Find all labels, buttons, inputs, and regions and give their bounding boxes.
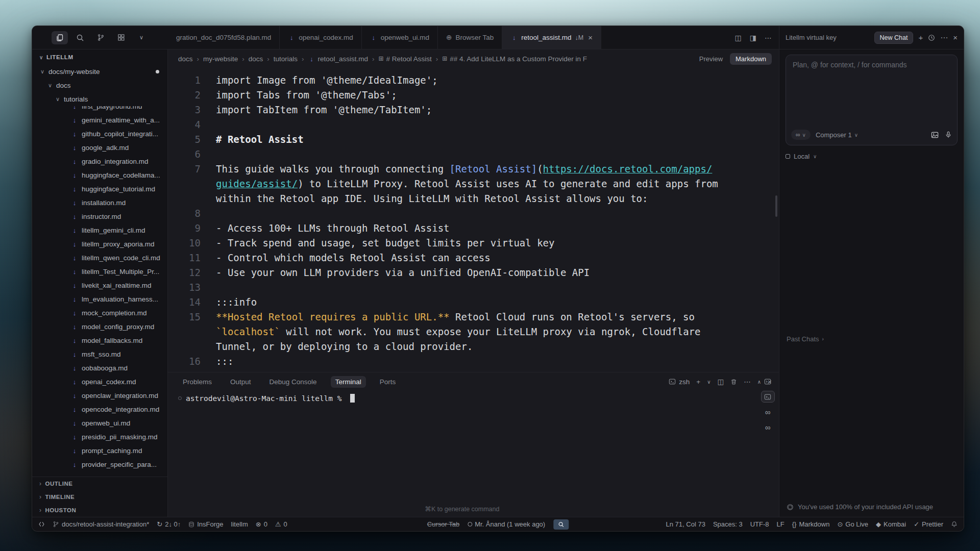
terminal-dropdown-icon[interactable]: ∨ [707,379,710,385]
model-selector[interactable]: ∞ ∨ [791,130,811,140]
mode-selector[interactable]: Local ∨ [786,153,958,160]
split-editor-icon[interactable]: ◫ [735,34,742,42]
tree-folder-row[interactable]: ∨docs/my-website [32,65,167,79]
tree-folder-row[interactable]: ∨tutorials [32,92,167,106]
tree-file-row[interactable]: ↓openclaw_integration.md [32,389,167,403]
status-branch[interactable]: docs/retool-assist-integration* [53,520,149,528]
split-terminal-icon[interactable]: ◫ [718,378,724,386]
sidebar-section-outline[interactable]: ›OUTLINE [32,477,167,490]
composer-selector[interactable]: Composer 1 ∨ [816,131,858,139]
status-indentation[interactable]: Spaces: 3 [713,520,743,528]
extensions-icon[interactable] [113,31,129,44]
tree-file-row[interactable]: ↓google_adk.md [32,141,167,155]
toggle-layout-icon[interactable]: ◨ [750,34,756,42]
image-icon[interactable] [931,131,939,139]
breadcrumb-item[interactable]: my-website [203,55,238,63]
status-remote[interactable] [38,521,45,528]
terminal-tab-output[interactable]: Output [226,376,256,388]
tree-file-row[interactable]: ↓presidio_pii_masking.md [32,430,167,444]
chat-close-icon[interactable]: × [953,33,958,42]
status-prettier[interactable]: ✓Prettier [914,520,943,528]
editor-scrollbar[interactable] [775,195,777,217]
new-chat-button[interactable]: New Chat [874,32,914,44]
tree-file-row[interactable]: ↓openai_codex.md [32,375,167,389]
breadcrumb-item[interactable]: docs [249,55,263,63]
status-sync[interactable]: ↻2↓ 0↑ [157,520,181,528]
tree-file-row[interactable]: ↓litellm_proxy_aporia.md [32,237,167,251]
breadcrumb-item[interactable]: tutorials [274,55,298,63]
more-actions-icon[interactable]: ⋯ [765,34,772,42]
tree-file-row[interactable]: ↓instructor.md [32,210,167,223]
terminal-tab-debug-console[interactable]: Debug Console [265,376,322,388]
status-line-col[interactable]: Ln 71, Col 73 [666,520,705,528]
tree-file-row[interactable]: ↓model_fallbacks.md [32,334,167,347]
breadcrumb-item[interactable]: ↓retool_assist.md [308,55,368,63]
breadcrumb-item[interactable]: ⊞## 4. Add LiteLLM as a Custom Provider … [442,55,587,63]
terminal-tab-problems[interactable]: Problems [178,376,216,388]
tree-file-row[interactable]: ↓prompt_caching.md [32,444,167,458]
microphone-icon[interactable] [945,131,952,138]
terminal-session-icon[interactable] [761,391,775,403]
agent-session-icon[interactable]: ∞ [761,406,775,418]
status-language[interactable]: {}Markdown [792,520,830,528]
tree-file-row[interactable]: ↓huggingface_tutorial.md [32,182,167,196]
terminal-tab-ports[interactable]: Ports [375,376,401,388]
tree-file-row[interactable]: ↓oobabooga.md [32,361,167,375]
tree-file-row[interactable]: ↓installation.md [32,196,167,210]
breadcrumb-item[interactable]: ⊞# Retool Assist [378,55,431,63]
sidebar-section-timeline[interactable]: ›TIMELINE [32,490,167,504]
status-insforge[interactable]: InsForge [188,520,223,528]
chat-more-icon[interactable]: ⋯ [940,33,948,42]
close-tab-icon[interactable]: × [588,33,593,42]
tree-file-row[interactable]: ↓litellm_gemini_cli.md [32,223,167,237]
status-go-live[interactable]: ⊙Go Live [837,520,868,528]
tree-file-row[interactable]: ↓openweb_ui.md [32,416,167,430]
sidebar-section-houston[interactable]: ›HOUSTON [32,504,167,517]
editor-tab[interactable]: gration_doc_d075fd58.plan.md [168,26,280,49]
editor-tab[interactable]: ↓openai_codex.md [280,26,362,49]
tree-file-row[interactable]: ↓litellm_Test_Multiple_Pr... [32,265,167,279]
history-clock-icon[interactable] [928,34,935,41]
editor-tab[interactable]: ↓retool_assist.md↓M× [502,26,601,49]
add-chat-icon[interactable]: + [918,33,923,42]
terminal-session-icon[interactable] [761,375,775,387]
tree-file-row[interactable]: ↓msft_sso.md [32,347,167,361]
breadcrumb-item[interactable]: docs [178,55,193,63]
tree-file-row[interactable]: ↓huggingface_codellama... [32,168,167,182]
tree-file-row[interactable]: ↓gemini_realtime_with_a... [32,113,167,127]
tree-file-row[interactable]: ↓github_copilot_integrati... [32,127,167,141]
search-icon[interactable] [72,31,88,44]
status-warnings[interactable]: ⚠0 [275,520,287,528]
new-terminal-icon[interactable]: + [696,378,700,386]
status-errors[interactable]: ⊗0 [256,520,267,528]
terminal-body[interactable]: astrodevil@Astro-Mac-mini litellm % ⌘K t… [168,391,779,517]
project-root-row[interactable]: ∨ LITELLM [32,49,167,65]
trash-icon[interactable] [730,379,737,385]
terminal-more-icon[interactable]: ⋯ [744,378,751,386]
source-control-icon[interactable] [92,31,109,44]
chevron-down-icon[interactable]: ∨ [133,31,150,44]
status-project[interactable]: litellm [231,520,248,528]
status-eol[interactable]: LF [777,520,785,528]
status-search[interactable] [553,519,569,530]
tree-folder-row[interactable]: ∨docs [32,79,167,92]
chat-input[interactable] [786,55,957,126]
tree-file-row[interactable]: ↓model_config_proxy.md [32,320,167,334]
tree-file-row[interactable]: ↓gradio_integration.md [32,155,167,168]
past-chats[interactable]: Past Chats › [787,335,824,343]
preview-button[interactable]: Preview [699,55,723,63]
status-author[interactable]: Mr. Ånand (1 week ago) [468,520,545,528]
agent-session-icon[interactable]: ∞ [761,421,775,433]
markdown-button[interactable]: Markdown [730,53,772,65]
tree-file-row[interactable]: ↓lm_evaluation_harness... [32,292,167,306]
status-notifications[interactable] [951,521,958,528]
tree-file-row[interactable]: ↓opencode_integration.md [32,403,167,416]
tree-file-row[interactable]: ↓mock_completion.md [32,306,167,320]
shell-session[interactable]: zsh [669,378,690,386]
files-icon[interactable] [52,31,68,44]
tree-file-row[interactable]: ↓litellm_qwen_code_cli.md [32,251,167,265]
editor[interactable]: 1import Image from '@theme/IdealImage';2… [168,68,779,372]
status-encoding[interactable]: UTF-8 [750,520,769,528]
tree-file-row[interactable]: ↓livekit_xai_realtime.md [32,279,167,292]
status-kombai[interactable]: ◆Kombai [876,520,906,528]
